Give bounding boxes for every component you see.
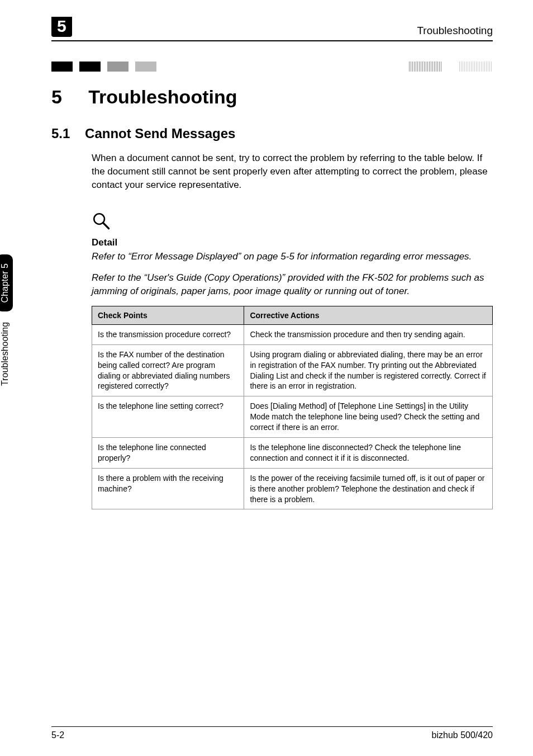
sub-heading: 5.1 Cannot Send Messages <box>51 126 493 141</box>
section-divider-stripes <box>51 62 493 72</box>
table-row: Is there a problem with the receiving ma… <box>92 468 493 509</box>
check-cell: Is the transmission procedure correct? <box>92 324 244 344</box>
table-row: Is the transmission procedure correct? C… <box>92 324 493 344</box>
magnifier-icon <box>92 211 111 230</box>
running-header: 5 Troubleshooting <box>51 17 493 41</box>
page: 5 Troubleshooting 5 Troubleshooting 5.1 … <box>0 0 533 756</box>
action-cell: Does [Dialing Method] of [Telephone Line… <box>244 396 493 438</box>
subheading-number: 5.1 <box>51 126 70 141</box>
check-cell: Is there a problem with the receiving ma… <box>92 468 244 509</box>
table-header-action: Corrective Actions <box>244 306 493 324</box>
action-cell: Is the telephone line disconnected? Chec… <box>244 438 493 469</box>
running-chapter-title: Troubleshooting <box>417 25 493 37</box>
action-cell: Check the transmission procedure and the… <box>244 324 493 344</box>
table-row: Is the FAX number of the destination bei… <box>92 344 493 396</box>
subheading-text: Cannot Send Messages <box>85 126 235 141</box>
side-tab-section: Troubleshooting <box>0 322 9 386</box>
svg-line-1 <box>103 223 108 229</box>
running-chapter-number: 5 <box>51 17 72 37</box>
detail-paragraph-1: Refer to “Error Message Displayed” on pa… <box>92 250 493 263</box>
side-tab-chapter: Chapter 5 <box>0 254 13 311</box>
check-cell: Is the telephone line setting correct? <box>92 396 244 438</box>
page-heading: 5 Troubleshooting <box>51 86 493 108</box>
heading-text: Troubleshooting <box>88 86 237 107</box>
table-row: Is the telephone line connected properly… <box>92 438 493 469</box>
action-cell: Using program dialing or abbreviated dia… <box>244 344 493 396</box>
detail-label: Detail <box>92 236 493 249</box>
side-tab: Troubleshooting Chapter 5 <box>0 254 10 386</box>
troubleshooting-table: Check Points Corrective Actions Is the t… <box>92 306 493 510</box>
intro-paragraph: When a document cannot be sent, try to c… <box>92 152 493 192</box>
heading-number: 5 <box>51 86 62 107</box>
check-cell: Is the telephone line connected properly… <box>92 438 244 469</box>
page-footer: 5-2 bizhub 500/420 <box>51 726 493 740</box>
check-cell: Is the FAX number of the destination bei… <box>92 344 244 396</box>
table-header-check: Check Points <box>92 306 244 324</box>
footer-product: bizhub 500/420 <box>432 730 493 740</box>
table-row: Is the telephone line setting correct? D… <box>92 396 493 438</box>
action-cell: Is the power of the receiving facsimile … <box>244 468 493 509</box>
intro-block: When a document cannot be sent, try to c… <box>92 152 493 509</box>
table-header-row: Check Points Corrective Actions <box>92 306 493 324</box>
footer-page-number: 5-2 <box>51 730 64 740</box>
detail-paragraph-2: Refer to the “User's Guide (Copy Operati… <box>92 271 493 298</box>
